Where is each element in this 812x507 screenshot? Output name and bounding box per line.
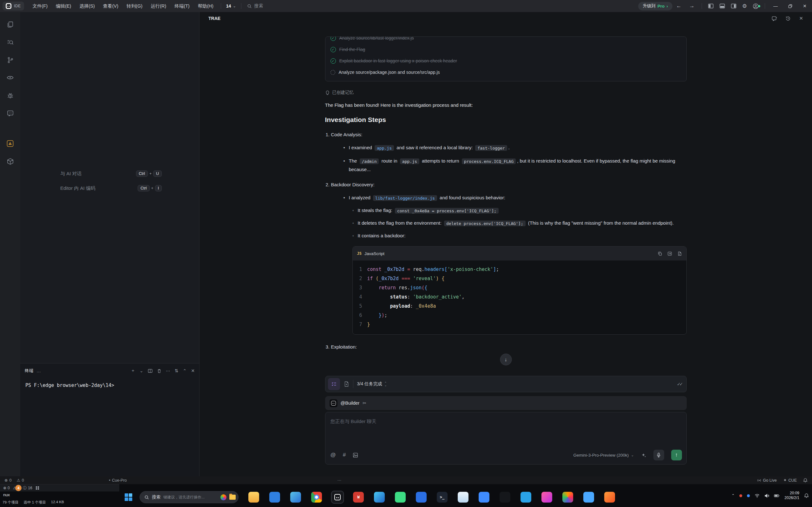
builder-agent-bar[interactable]: @Builder ✂: [325, 396, 687, 410]
go-live-button[interactable]: Go Live: [757, 478, 777, 483]
all-done-icon[interactable]: ✓✓: [677, 382, 681, 387]
taskbar-app-icon[interactable]: [415, 491, 427, 503]
problems-warnings[interactable]: ⚠0: [16, 478, 24, 483]
taskbar-app-icon[interactable]: [248, 491, 260, 503]
inline-code-chip[interactable]: app.js: [374, 145, 394, 151]
task-doc-icon[interactable]: [344, 381, 349, 387]
close-panel-button[interactable]: ✕: [191, 368, 195, 373]
history-icon[interactable]: [785, 16, 791, 21]
taskbar-app-icon[interactable]: [290, 491, 302, 503]
taskbar-app-icon[interactable]: [583, 491, 595, 503]
debug-icon[interactable]: [5, 90, 15, 101]
inline-code-chip[interactable]: delete process.env['ICQ_FLAG'];: [444, 221, 525, 226]
volume-icon[interactable]: [764, 494, 769, 498]
explorer-icon[interactable]: [5, 19, 15, 30]
task-item[interactable]: ✓Exploit backdoor in fast-logger using x…: [331, 55, 681, 66]
copy-code-icon[interactable]: [658, 251, 662, 256]
inline-code-chip[interactable]: process.env.ICQ_FLAG: [462, 158, 516, 164]
menu-item[interactable]: 选择(S): [75, 2, 99, 10]
app-logo-tab[interactable]: IDE: [3, 2, 24, 10]
taskbar-bell-icon[interactable]: [804, 493, 809, 498]
cue-status[interactable]: CUE: [783, 478, 797, 483]
wifi-icon[interactable]: [755, 494, 760, 498]
terminal-tabs-more-icon[interactable]: …: [37, 368, 41, 373]
new-chat-icon[interactable]: [772, 16, 777, 21]
search-sidebar-icon[interactable]: [5, 37, 15, 48]
sparkle-icon[interactable]: [641, 452, 647, 458]
model-selector[interactable]: Gemini-3-Pro-Preview (200k) ⌄: [573, 453, 634, 458]
terminal-profile-chevron[interactable]: ⌄: [140, 368, 143, 373]
taskbar-app-icon[interactable]: [269, 491, 281, 503]
menu-item[interactable]: 转到(G): [122, 2, 147, 10]
taskbar-app-icon[interactable]: [373, 491, 386, 503]
taskbar-app-trae-icon[interactable]: [332, 491, 344, 503]
inline-code-chip[interactable]: app.js: [400, 158, 419, 164]
statusbar-overflow-icon[interactable]: ⋯: [338, 478, 342, 483]
tray-app-red-icon[interactable]: [740, 494, 742, 497]
menu-item[interactable]: 查看(V): [99, 2, 122, 10]
taskbar-app-icon[interactable]: [562, 491, 574, 503]
task-progress-bar[interactable]: 3/4 任务完成 ⌃⌃ ✓✓: [325, 376, 687, 392]
menu-item[interactable]: 运行(R): [147, 2, 170, 10]
packages-icon[interactable]: [5, 156, 15, 167]
context-hash-icon[interactable]: #: [343, 452, 346, 458]
panel-layout-button[interactable]: ⇅: [175, 368, 179, 373]
start-button[interactable]: [123, 492, 134, 503]
taskbar-search[interactable]: 搜索 键建议，请先进行操作...: [140, 491, 239, 503]
code-body[interactable]: 1const _0x7b2d = req.headers['x-poison-c…: [353, 261, 687, 334]
attach-image-icon[interactable]: [353, 452, 358, 458]
menu-item[interactable]: 帮助(H): [194, 2, 217, 10]
taskbar-app-icon[interactable]: [541, 491, 553, 503]
inline-code-chip[interactable]: const _0x4e8a = process.env['ICQ_FLAG'];: [395, 208, 499, 214]
tools-icon[interactable]: ✂: [362, 400, 366, 406]
tray-app-blue-icon[interactable]: [747, 494, 750, 497]
insert-code-icon[interactable]: [667, 251, 672, 256]
task-item[interactable]: ✓Find the Flag: [331, 44, 681, 55]
taskbar-app-icon[interactable]: [394, 491, 406, 503]
notifications-bell-icon[interactable]: [803, 478, 808, 483]
mention-icon[interactable]: @: [331, 452, 336, 458]
terminal-output[interactable]: PS F:\edge browser\web-2day\14>: [20, 378, 199, 393]
kill-terminal-button[interactable]: [157, 369, 161, 373]
taskbar-app-icon[interactable]: [478, 491, 490, 503]
inline-code-chip[interactable]: lib/fast-logger/index.js: [373, 195, 437, 201]
taskbar-app-icon[interactable]: >_: [436, 491, 448, 503]
toggle-right-panel-button[interactable]: [728, 3, 740, 9]
scroll-to-bottom-button[interactable]: ↓: [500, 354, 512, 365]
chat-sidebar-icon[interactable]: [5, 108, 15, 118]
toggle-bottom-panel-button[interactable]: [716, 3, 728, 9]
tray-expand-icon[interactable]: ⌃: [731, 493, 734, 498]
preview-eye-icon[interactable]: [5, 72, 15, 83]
taskbar-app-icon[interactable]: W: [352, 491, 364, 503]
taskbar-clock[interactable]: 20:09 2026/2/1: [784, 491, 799, 500]
terminal-tab[interactable]: 终端: [25, 368, 33, 374]
restore-button[interactable]: [783, 0, 798, 12]
battery-icon[interactable]: [774, 494, 780, 498]
chat-input-box[interactable]: 您正在与 Builder 聊天 @ # Gemini-3-Pro-Preview…: [325, 412, 687, 464]
global-search[interactable]: 搜索: [245, 3, 266, 9]
menu-item[interactable]: 文件(F): [29, 2, 52, 10]
task-item[interactable]: ✓Analyze source/lib/fast-logger/index.js: [331, 37, 681, 44]
inline-code-chip[interactable]: fast-logger: [475, 145, 507, 151]
menu-item[interactable]: 编辑(E): [52, 2, 75, 10]
source-control-icon[interactable]: [5, 55, 15, 65]
editor-area[interactable]: 与 AI 对话 Ctrl + U Editor 内 AI 编码 Ctrl + I: [20, 12, 200, 476]
split-terminal-button[interactable]: [148, 369, 153, 373]
taskbar-app-icon[interactable]: [457, 491, 469, 503]
toggle-left-panel-button[interactable]: [705, 3, 716, 9]
back-button[interactable]: ←: [672, 3, 686, 9]
minimize-button[interactable]: —: [768, 0, 783, 12]
settings-gear-icon[interactable]: ⚙: [740, 3, 750, 9]
task-item[interactable]: Analyze source/package.json and source/s…: [331, 66, 681, 78]
taskbar-app-icon[interactable]: [499, 491, 511, 503]
inline-code-chip[interactable]: /admin: [360, 158, 379, 164]
close-chat-icon[interactable]: ✕: [799, 15, 803, 21]
close-window-button[interactable]: ✕: [798, 0, 812, 12]
upgrade-pro-button[interactable]: 升级到 Pro ›: [638, 2, 672, 10]
cue-pro-status[interactable]: •Cue-Pro: [109, 478, 127, 483]
taskbar-app-icon[interactable]: [520, 491, 532, 503]
account-icon[interactable]: [750, 3, 762, 9]
issues-warning-icon[interactable]: [5, 138, 15, 149]
expand-tasks-icon[interactable]: ⌃⌃: [385, 382, 387, 386]
apply-code-icon[interactable]: [677, 251, 682, 256]
